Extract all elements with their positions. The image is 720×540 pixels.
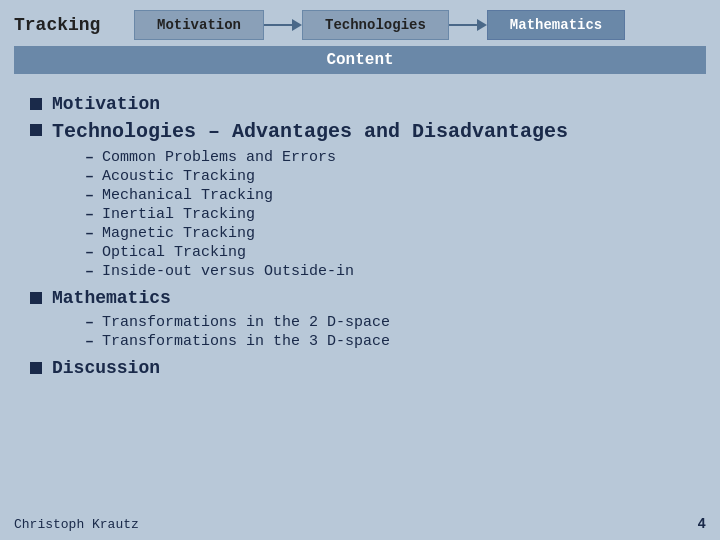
sub-item-5: – Optical Tracking [85,244,690,261]
tab-motivation[interactable]: Motivation [134,10,264,40]
bullet-technologies-text: Technologies – Advantages and Disadvanta… [52,120,568,143]
bullet-technologies: Technologies – Advantages and Disadvanta… [30,120,690,143]
sub-text-1: Acoustic Tracking [102,168,255,185]
bullet-square-motivation [30,98,42,110]
slide-title: Tracking [14,15,104,35]
arrow-line-1 [264,24,292,26]
footer: Christoph Krautz 4 [14,516,706,532]
tab-technologies[interactable]: Technologies [302,10,449,40]
tab-mathematics[interactable]: Mathematics [487,10,625,40]
sub-text-0: Common Problems and Errors [102,149,336,166]
bullet-square-mathematics [30,292,42,304]
sub-item-2: – Mechanical Tracking [85,187,690,204]
content-bar: Content [14,46,706,74]
sub-item-4: – Magnetic Tracking [85,225,690,242]
math-sub-list: – Transformations in the 2 D-space – Tra… [85,314,690,350]
sub-text-4: Magnetic Tracking [102,225,255,242]
arrow-line-2 [449,24,477,26]
arrow-sep-2 [449,10,487,40]
main-content: Motivation Technologies – Advantages and… [0,74,720,394]
tab-motivation-label: Motivation [134,10,264,40]
sub-text-6: Inside-out versus Outside-in [102,263,354,280]
tab-technologies-label: Technologies [302,10,449,40]
math-sub-text-1: Transformations in the 3 D-space [102,333,390,350]
bullet-motivation-text: Motivation [52,94,160,114]
arrow-sep-1 [264,10,302,40]
bullet-square-discussion [30,362,42,374]
math-sub-item-1: – Transformations in the 3 D-space [85,333,690,350]
tab-mathematics-label: Mathematics [487,10,625,40]
header: Tracking Motivation Technologies Mathema… [0,0,720,40]
sub-item-3: – Inertial Tracking [85,206,690,223]
bullet-square-technologies [30,124,42,136]
bullet-discussion-text: Discussion [52,358,160,378]
sub-text-2: Mechanical Tracking [102,187,273,204]
bullet-mathematics-text: Mathematics [52,288,171,308]
slide: Tracking Motivation Technologies Mathema… [0,0,720,540]
tech-sub-list: – Common Problems and Errors – Acoustic … [85,149,690,280]
sub-item-1: – Acoustic Tracking [85,168,690,185]
bullet-motivation: Motivation [30,94,690,114]
sub-item-6: – Inside-out versus Outside-in [85,263,690,280]
sub-item-0: – Common Problems and Errors [85,149,690,166]
footer-page: 4 [698,516,706,532]
arrow-head-2 [477,19,487,31]
sub-text-5: Optical Tracking [102,244,246,261]
footer-author: Christoph Krautz [14,517,139,532]
bullet-discussion: Discussion [30,358,690,378]
tab-group: Motivation Technologies Mathematics [134,10,625,40]
content-bar-label: Content [326,51,393,69]
arrow-head-1 [292,19,302,31]
math-sub-text-0: Transformations in the 2 D-space [102,314,390,331]
math-sub-item-0: – Transformations in the 2 D-space [85,314,690,331]
sub-text-3: Inertial Tracking [102,206,255,223]
bullet-mathematics: Mathematics [30,288,690,308]
